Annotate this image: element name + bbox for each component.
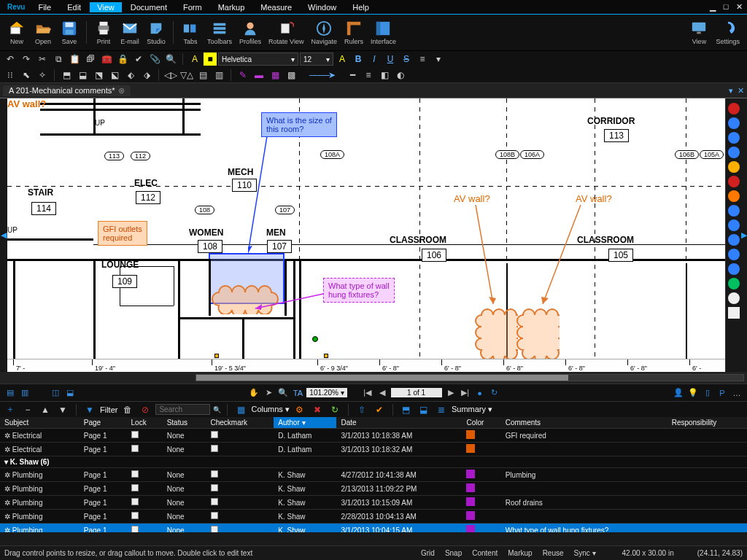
italic-icon[interactable]: I bbox=[367, 52, 382, 66]
select-arrow-icon[interactable]: ➤ bbox=[263, 388, 274, 397]
markups-table[interactable]: SubjectPageLockStatusCheckmarkAuthor ▾Da… bbox=[0, 417, 747, 532]
check-icon[interactable]: ✔ bbox=[372, 403, 387, 416]
hatch-icon[interactable]: ▩ bbox=[284, 69, 298, 82]
underline-icon[interactable]: U bbox=[383, 52, 398, 66]
bold-icon[interactable]: B bbox=[351, 52, 365, 66]
summary-dropdown[interactable]: Summary ▾ bbox=[452, 405, 492, 414]
window-close-icon[interactable]: ✕ bbox=[734, 2, 744, 12]
menu-markup[interactable]: Markup bbox=[211, 2, 252, 12]
col-color[interactable]: Color bbox=[462, 417, 500, 429]
markup-row[interactable]: ✲ PlumbingPage 1NoneK. Shaw4/27/2012 10:… bbox=[0, 468, 747, 482]
prev-page-icon[interactable]: ◀ bbox=[376, 388, 388, 397]
split-h-icon[interactable]: ◫ bbox=[50, 388, 61, 397]
toolbars-button[interactable]: Toolbars bbox=[204, 20, 235, 45]
import-icon[interactable]: ⬓ bbox=[417, 403, 431, 416]
next-page-icon[interactable]: ▶ bbox=[445, 388, 457, 397]
text-color-icon[interactable]: A bbox=[335, 52, 349, 66]
window-min-icon[interactable]: ▁ bbox=[708, 2, 718, 12]
align-group-icon[interactable]: ⁝⁝ bbox=[3, 69, 18, 82]
markup-row[interactable]: ✲ ElectricalPage 1NoneD. Latham3/1/2013 … bbox=[0, 443, 747, 456]
tool-stamp-icon[interactable] bbox=[728, 278, 740, 289]
paste-icon[interactable]: 📋 bbox=[67, 52, 82, 66]
attach-icon[interactable]: 📎 bbox=[147, 52, 162, 66]
redo-icon[interactable]: ↷ bbox=[19, 52, 34, 66]
align-bottom-obj-icon[interactable]: ⬗ bbox=[139, 69, 154, 82]
clipboard-icon[interactable]: 🗊 bbox=[83, 52, 98, 66]
remove-markup-icon[interactable]: − bbox=[20, 403, 35, 416]
line-width-icon[interactable]: ≡ bbox=[361, 69, 376, 82]
font-size-combo[interactable]: 12▾ bbox=[300, 52, 333, 66]
col-subject[interactable]: Subject bbox=[0, 417, 80, 429]
menu-measure[interactable]: Measure bbox=[253, 2, 299, 12]
strikethrough-icon[interactable]: S bbox=[399, 52, 414, 66]
tool-note-icon[interactable] bbox=[728, 132, 740, 144]
open-button[interactable]: Open bbox=[31, 20, 55, 45]
columns-icon[interactable]: ▦ bbox=[233, 403, 248, 416]
rulers-button[interactable]: Rulers bbox=[341, 20, 366, 45]
filter-icon[interactable]: ▼ bbox=[82, 403, 97, 416]
gear-icon[interactable]: ⚙ bbox=[293, 403, 307, 416]
print-button[interactable]: Print bbox=[91, 20, 116, 45]
stamp-icon[interactable]: ✔ bbox=[131, 52, 146, 66]
tool-more-icon[interactable] bbox=[728, 307, 740, 319]
tool-arrow-icon[interactable] bbox=[728, 190, 740, 202]
search-input[interactable] bbox=[155, 404, 210, 415]
h-scrollbar[interactable] bbox=[0, 372, 747, 384]
send-back-icon[interactable]: ▥ bbox=[212, 69, 226, 82]
toggle-sync[interactable]: Sync ▾ bbox=[571, 549, 599, 557]
markup-row[interactable]: ✲ PlumbingPage 1NoneK. Shaw3/1/2013 10:0… bbox=[0, 524, 747, 533]
bookmarks-icon[interactable]: ▥ bbox=[19, 388, 31, 397]
col-lock[interactable]: Lock bbox=[127, 417, 163, 429]
properties-icon[interactable]: P bbox=[716, 389, 728, 397]
callout-gfi[interactable]: GFI outlets required bbox=[98, 221, 147, 246]
rotate-view-button[interactable]: Rotate View bbox=[266, 20, 306, 45]
opacity-icon[interactable]: ◧ bbox=[377, 69, 392, 82]
page-indicator[interactable]: 1 of 1 bbox=[391, 388, 442, 397]
avwall-label-2[interactable]: AV wall? bbox=[576, 193, 612, 204]
window-max-icon[interactable]: □ bbox=[721, 2, 731, 12]
status-send-icon[interactable]: ⇧ bbox=[355, 403, 369, 416]
group-row[interactable]: ▾ K. Shaw (6) bbox=[0, 456, 747, 468]
email-button[interactable]: E-mail bbox=[117, 20, 142, 45]
settings-button[interactable]: Settings bbox=[713, 20, 743, 45]
add-markup-icon[interactable]: ＋ bbox=[3, 403, 18, 416]
x-icon[interactable]: ✖ bbox=[310, 403, 325, 416]
left-tray-handle[interactable]: ◀ bbox=[0, 98, 7, 372]
tool-ellipse-icon[interactable] bbox=[728, 219, 740, 231]
col-author[interactable]: Author ▾ bbox=[274, 417, 336, 429]
line-style-icon[interactable]: ━ bbox=[345, 69, 360, 82]
tool-image-icon[interactable] bbox=[728, 292, 740, 304]
toggle-reuse[interactable]: Reuse bbox=[540, 549, 567, 557]
menu-file[interactable]: File bbox=[31, 2, 58, 12]
loop-icon[interactable]: ↻ bbox=[489, 388, 500, 397]
arrow-line-icon[interactable]: ────➤ bbox=[300, 69, 344, 82]
tool-highlight-icon[interactable] bbox=[728, 147, 740, 158]
zoom-icon[interactable]: 🔍 bbox=[277, 388, 289, 397]
flip-h-icon[interactable]: ◁▷ bbox=[163, 69, 178, 82]
highlight-tool-icon[interactable]: ✎ bbox=[236, 69, 250, 82]
toggle-grid[interactable]: Grid bbox=[418, 549, 438, 557]
toggle-snap[interactable]: Snap bbox=[442, 549, 465, 557]
export-icon[interactable]: ⬒ bbox=[399, 403, 414, 416]
markup-row[interactable]: ✲ PlumbingPage 1NoneK. Shaw3/1/2013 10:1… bbox=[0, 496, 747, 510]
flip-v-icon[interactable]: ▽△ bbox=[179, 69, 194, 82]
markup-row[interactable]: ✲ ElectricalPage 1NoneD. Latham3/1/2013 … bbox=[0, 429, 747, 443]
profile-small-icon[interactable]: 👤 bbox=[673, 388, 684, 397]
callout-walltype[interactable]: What type of wall hung fixtures? bbox=[323, 278, 395, 303]
lock-icon[interactable]: 🔒 bbox=[115, 52, 130, 66]
fill-color-icon[interactable]: ▦ bbox=[268, 69, 282, 82]
more-icon[interactable]: ▾ bbox=[431, 52, 446, 66]
play-icon[interactable]: ● bbox=[474, 389, 486, 397]
markup-row[interactable]: ✲ PlumbingPage 1NoneK. Shaw2/13/2013 11:… bbox=[0, 482, 747, 496]
avwall-text-1[interactable]: AV wall? bbox=[7, 98, 46, 109]
columns-label[interactable]: Columns ▾ bbox=[251, 405, 289, 414]
list-icon[interactable]: ≣ bbox=[434, 403, 449, 416]
menu-edit[interactable]: Edit bbox=[60, 2, 88, 12]
studio-button[interactable]: Studio bbox=[144, 20, 169, 45]
panel-toggle-icon[interactable]: ▾ bbox=[729, 86, 733, 96]
col-date[interactable]: Date bbox=[336, 417, 462, 429]
first-page-icon[interactable]: |◀ bbox=[362, 388, 374, 397]
align-mid-obj-icon[interactable]: ⬖ bbox=[123, 69, 138, 82]
menu-view[interactable]: View bbox=[90, 2, 122, 12]
font-color-icon[interactable]: A bbox=[187, 52, 202, 66]
